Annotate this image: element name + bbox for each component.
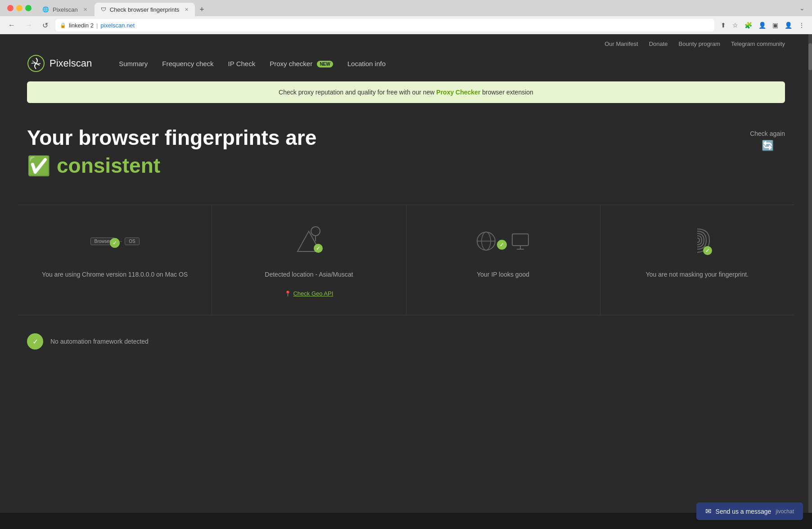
nav-ip-check[interactable]: IP Check: [228, 60, 256, 67]
os-label: OS: [125, 238, 139, 245]
tab-shield-icon: 🛡: [101, 6, 106, 13]
tabs-bar: 🌐 Pixelscan ✕ 🛡 Check browser fingerprin…: [36, 0, 795, 16]
browser-os-icon: Browser → OS ✓: [88, 223, 142, 259]
pin-icon: 📍: [284, 291, 291, 297]
maximize-button[interactable]: [25, 5, 32, 11]
chat-brand: jivochat: [776, 508, 794, 515]
close-button[interactable]: [7, 5, 14, 11]
lock-icon: 🔒: [60, 22, 66, 28]
traffic-lights: [7, 5, 32, 11]
our-manifest-link[interactable]: Our Manifest: [604, 40, 638, 47]
svg-rect-7: [512, 234, 528, 246]
nav-links: Summary Frequency check IP Check Proxy c…: [119, 60, 785, 67]
card-fingerprint-text: You are not masking your fingerprint.: [646, 270, 749, 279]
url-separator: |: [96, 22, 98, 29]
bottom-bar: ✓ No automation framework detected: [0, 324, 812, 359]
minimize-button[interactable]: [16, 5, 23, 11]
ip-check-icon: ✓: [497, 240, 507, 250]
location-icon: ✓: [282, 223, 336, 259]
tab-fingerprints[interactable]: 🛡 Check browser fingerprints ✕: [95, 3, 195, 16]
location-pin-icon: [293, 222, 325, 258]
bounty-program-link[interactable]: Bounty program: [679, 40, 721, 47]
tab-close-icon[interactable]: ✕: [185, 7, 189, 13]
title-bar: 🌐 Pixelscan ✕ 🛡 Check browser fingerprin…: [0, 0, 812, 16]
logo-text: Pixelscan: [50, 58, 92, 69]
nav-proxy-checker[interactable]: Proxy checker NEW: [270, 60, 333, 67]
main-navigation: Pixelscan Summary Frequency check IP Che…: [0, 50, 812, 81]
url-bar[interactable]: 🔒 linkedin 2 | pixelscan.net: [55, 19, 714, 31]
promo-banner: Check proxy reputation and quality for f…: [27, 81, 785, 103]
chat-label: Send us a message: [716, 508, 771, 515]
chat-button[interactable]: ✉ Send us a message jivochat: [696, 502, 803, 520]
browser-actions: ⬆ ☆ 🧩 👤 ▣ 👤 ⋮: [719, 20, 807, 31]
proxy-checker-link[interactable]: Proxy Checker: [436, 89, 480, 96]
back-button[interactable]: ←: [5, 19, 18, 31]
refresh-button[interactable]: ↺: [40, 19, 51, 31]
tab-icon: 🌐: [42, 6, 49, 13]
chevron-down-icon: ⌄: [799, 4, 805, 12]
scrollbar-thumb[interactable]: [808, 43, 812, 70]
profile-icon[interactable]: 👤: [757, 20, 768, 31]
card-browser: Browser → OS ✓ You are using Chrome vers…: [18, 205, 212, 315]
puzzle-icon[interactable]: 🧩: [743, 20, 754, 31]
refresh-icon: 🔄: [750, 140, 785, 152]
hero-status: consistent: [57, 153, 160, 178]
share-icon[interactable]: ⬆: [719, 20, 728, 31]
card-ip: ✓ Your IP looks good: [406, 205, 600, 315]
hero-title: Your browser fingerprints are: [27, 126, 785, 150]
address-bar: ← → ↺ 🔒 linkedin 2 | pixelscan.net ⬆ ☆ 🧩…: [0, 16, 812, 34]
new-tab-button[interactable]: +: [196, 3, 208, 16]
nav-frequency-check[interactable]: Frequency check: [162, 60, 213, 67]
svg-point-2: [311, 227, 320, 236]
account-icon[interactable]: 👤: [783, 20, 794, 31]
fingerprint-icon: ✓: [670, 223, 724, 259]
forward-button[interactable]: →: [23, 19, 35, 31]
url-domain: pixelscan.net: [100, 22, 135, 29]
tab-label: Check browser fingerprints: [110, 6, 180, 13]
fingerprint-check-icon: ✓: [703, 246, 712, 255]
chat-icon: ✉: [705, 507, 711, 516]
automation-text: No automation framework detected: [50, 338, 149, 345]
sidebar-icon[interactable]: ▣: [771, 20, 780, 31]
tab-label: Pixelscan: [53, 6, 78, 13]
url-site-text: linkedin 2: [69, 22, 94, 29]
banner-text-after: browser extension: [482, 89, 533, 96]
tab-pixelscan[interactable]: 🌐 Pixelscan ✕: [36, 3, 94, 16]
banner-text-before: Check proxy reputation and quality for f…: [279, 89, 436, 96]
tab-close-icon[interactable]: ✕: [83, 7, 87, 13]
menu-icon[interactable]: ⋮: [797, 20, 807, 31]
new-badge: NEW: [317, 61, 333, 67]
telegram-community-link[interactable]: Telegram community: [731, 40, 785, 47]
ip-icon: ✓: [476, 223, 530, 259]
consistent-check-icon: ✅: [27, 155, 50, 177]
card-location: ✓ Detected location - Asia/Muscat 📍 Chec…: [212, 205, 406, 315]
monitor-icon: [510, 230, 531, 252]
globe-icon: [475, 230, 497, 252]
page-content: Our Manifest Donate Bounty program Teleg…: [0, 34, 812, 513]
nav-location-info[interactable]: Location info: [347, 60, 386, 67]
card-location-text: Detected location - Asia/Muscat: [265, 270, 353, 279]
card-ip-text: Your IP looks good: [477, 270, 529, 279]
check-again-button[interactable]: Check again 🔄: [750, 130, 785, 152]
donate-link[interactable]: Donate: [649, 40, 668, 47]
automation-check-icon: ✓: [27, 333, 43, 350]
logo-icon: [27, 54, 45, 72]
card-browser-text: You are using Chrome version 118.0.0.0 o…: [42, 270, 188, 279]
logo[interactable]: Pixelscan: [27, 54, 92, 72]
nav-summary[interactable]: Summary: [119, 60, 148, 67]
cards-row: Browser → OS ✓ You are using Chrome vers…: [18, 205, 794, 315]
card-fingerprint: ✓ You are not masking your fingerprint.: [600, 205, 794, 315]
hero-section: Your browser fingerprints are ✅ consiste…: [0, 117, 812, 196]
browser-chrome: 🌐 Pixelscan ✕ 🛡 Check browser fingerprin…: [0, 0, 812, 34]
check-geo-api-link[interactable]: Check Geo API: [293, 290, 333, 297]
hero-result: ✅ consistent: [27, 153, 785, 178]
scrollbar[interactable]: [808, 34, 812, 513]
bookmark-icon[interactable]: ☆: [731, 20, 740, 31]
browser-check-icon: ✓: [110, 238, 120, 248]
top-links: Our Manifest Donate Bounty program Teleg…: [0, 34, 812, 50]
